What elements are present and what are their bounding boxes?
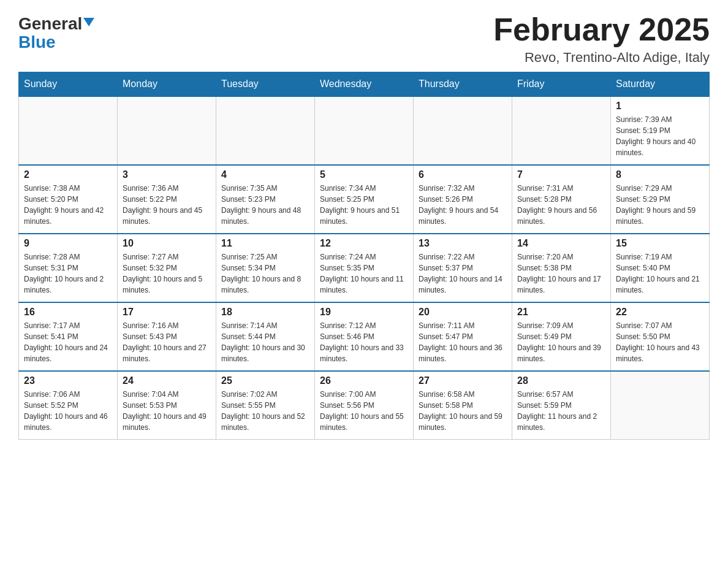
weekday-header-tuesday: Tuesday (216, 72, 315, 97)
day-number: 25 (221, 375, 309, 386)
calendar-cell: 22Sunrise: 7:07 AMSunset: 5:50 PMDayligh… (611, 302, 710, 371)
day-number: 7 (517, 169, 605, 180)
logo-arrow-icon (83, 18, 94, 29)
weekday-header-sunday: Sunday (19, 72, 118, 97)
calendar-cell: 12Sunrise: 7:24 AMSunset: 5:35 PMDayligh… (315, 234, 414, 302)
day-number: 9 (24, 238, 112, 249)
day-number: 14 (517, 238, 605, 249)
day-info: Sunrise: 7:02 AMSunset: 5:55 PMDaylight:… (221, 389, 309, 433)
day-info: Sunrise: 7:17 AMSunset: 5:41 PMDaylight:… (24, 320, 112, 364)
day-number: 21 (517, 307, 605, 318)
day-info: Sunrise: 7:25 AMSunset: 5:34 PMDaylight:… (221, 251, 309, 296)
calendar-cell: 2Sunrise: 7:38 AMSunset: 5:20 PMDaylight… (19, 165, 118, 234)
weekday-header-saturday: Saturday (611, 72, 710, 97)
day-number: 3 (123, 169, 211, 180)
calendar-cell: 24Sunrise: 7:04 AMSunset: 5:53 PMDayligh… (118, 371, 216, 440)
day-info: Sunrise: 7:16 AMSunset: 5:43 PMDaylight:… (123, 320, 211, 364)
day-info: Sunrise: 7:00 AMSunset: 5:56 PMDaylight:… (320, 389, 408, 433)
title-block: February 2025 Revo, Trentino-Alto Adige,… (493, 12, 710, 66)
day-number: 6 (419, 169, 507, 180)
calendar-cell (611, 371, 710, 440)
day-info: Sunrise: 7:31 AMSunset: 5:28 PMDaylight:… (517, 183, 605, 227)
calendar-cell: 8Sunrise: 7:29 AMSunset: 5:29 PMDaylight… (611, 165, 710, 234)
day-number: 16 (24, 307, 112, 318)
logo: General Blue (18, 12, 94, 52)
day-info: Sunrise: 7:04 AMSunset: 5:53 PMDaylight:… (123, 389, 211, 433)
logo-blue: Blue (18, 33, 56, 52)
weekday-header-thursday: Thursday (414, 72, 512, 97)
calendar-cell: 3Sunrise: 7:36 AMSunset: 5:22 PMDaylight… (118, 165, 216, 234)
day-info: Sunrise: 7:29 AMSunset: 5:29 PMDaylight:… (616, 183, 704, 227)
day-number: 23 (24, 375, 112, 386)
weekday-header-friday: Friday (512, 72, 611, 97)
month-year-title: February 2025 (493, 12, 710, 47)
day-number: 24 (123, 375, 211, 386)
week-row-3: 9Sunrise: 7:28 AMSunset: 5:31 PMDaylight… (19, 234, 710, 302)
calendar-cell (512, 96, 611, 165)
day-info: Sunrise: 7:36 AMSunset: 5:22 PMDaylight:… (123, 183, 211, 227)
calendar-cell (118, 96, 216, 165)
calendar-cell: 7Sunrise: 7:31 AMSunset: 5:28 PMDaylight… (512, 165, 611, 234)
calendar-cell: 16Sunrise: 7:17 AMSunset: 5:41 PMDayligh… (19, 302, 118, 371)
day-info: Sunrise: 7:06 AMSunset: 5:52 PMDaylight:… (24, 389, 112, 433)
calendar-cell (19, 96, 118, 165)
calendar-cell: 17Sunrise: 7:16 AMSunset: 5:43 PMDayligh… (118, 302, 216, 371)
weekday-header-wednesday: Wednesday (315, 72, 414, 97)
week-row-2: 2Sunrise: 7:38 AMSunset: 5:20 PMDaylight… (19, 165, 710, 234)
day-number: 28 (517, 375, 605, 386)
calendar-cell: 11Sunrise: 7:25 AMSunset: 5:34 PMDayligh… (216, 234, 315, 302)
day-info: Sunrise: 7:38 AMSunset: 5:20 PMDaylight:… (24, 183, 112, 227)
day-info: Sunrise: 6:57 AMSunset: 5:59 PMDaylight:… (517, 389, 605, 433)
day-number: 27 (419, 375, 507, 386)
day-number: 20 (419, 307, 507, 318)
calendar-table: SundayMondayTuesdayWednesdayThursdayFrid… (18, 72, 710, 440)
svg-marker-0 (83, 18, 94, 26)
calendar-cell: 19Sunrise: 7:12 AMSunset: 5:46 PMDayligh… (315, 302, 414, 371)
calendar-cell: 23Sunrise: 7:06 AMSunset: 5:52 PMDayligh… (19, 371, 118, 440)
day-info: Sunrise: 7:11 AMSunset: 5:47 PMDaylight:… (419, 320, 507, 364)
calendar-cell: 4Sunrise: 7:35 AMSunset: 5:23 PMDaylight… (216, 165, 315, 234)
calendar-cell: 14Sunrise: 7:20 AMSunset: 5:38 PMDayligh… (512, 234, 611, 302)
day-number: 26 (320, 375, 408, 386)
week-row-4: 16Sunrise: 7:17 AMSunset: 5:41 PMDayligh… (19, 302, 710, 371)
day-info: Sunrise: 7:12 AMSunset: 5:46 PMDaylight:… (320, 320, 408, 364)
day-number: 15 (616, 238, 704, 249)
day-info: Sunrise: 7:14 AMSunset: 5:44 PMDaylight:… (221, 320, 309, 364)
calendar-cell: 1Sunrise: 7:39 AMSunset: 5:19 PMDaylight… (611, 96, 710, 165)
calendar-cell: 5Sunrise: 7:34 AMSunset: 5:25 PMDaylight… (315, 165, 414, 234)
day-info: Sunrise: 7:28 AMSunset: 5:31 PMDaylight:… (24, 251, 112, 296)
day-number: 5 (320, 169, 408, 180)
calendar-cell: 10Sunrise: 7:27 AMSunset: 5:32 PMDayligh… (118, 234, 216, 302)
calendar-cell: 15Sunrise: 7:19 AMSunset: 5:40 PMDayligh… (611, 234, 710, 302)
calendar-cell (414, 96, 512, 165)
calendar-cell: 21Sunrise: 7:09 AMSunset: 5:49 PMDayligh… (512, 302, 611, 371)
day-info: Sunrise: 7:24 AMSunset: 5:35 PMDaylight:… (320, 251, 408, 296)
day-info: Sunrise: 7:19 AMSunset: 5:40 PMDaylight:… (616, 251, 704, 296)
calendar-cell (216, 96, 315, 165)
calendar-cell (315, 96, 414, 165)
day-info: Sunrise: 7:22 AMSunset: 5:37 PMDaylight:… (419, 251, 507, 296)
day-info: Sunrise: 7:09 AMSunset: 5:49 PMDaylight:… (517, 320, 605, 364)
location-subtitle: Revo, Trentino-Alto Adige, Italy (493, 50, 710, 66)
logo-general: General (18, 15, 82, 33)
day-number: 22 (616, 307, 704, 318)
day-number: 4 (221, 169, 309, 180)
calendar-cell: 25Sunrise: 7:02 AMSunset: 5:55 PMDayligh… (216, 371, 315, 440)
day-info: Sunrise: 7:35 AMSunset: 5:23 PMDaylight:… (221, 183, 309, 227)
day-info: Sunrise: 7:32 AMSunset: 5:26 PMDaylight:… (419, 183, 507, 227)
calendar-cell: 13Sunrise: 7:22 AMSunset: 5:37 PMDayligh… (414, 234, 512, 302)
day-info: Sunrise: 7:34 AMSunset: 5:25 PMDaylight:… (320, 183, 408, 227)
day-number: 13 (419, 238, 507, 249)
day-number: 17 (123, 307, 211, 318)
day-info: Sunrise: 6:58 AMSunset: 5:58 PMDaylight:… (419, 389, 507, 433)
day-number: 1 (616, 101, 704, 112)
calendar-cell: 18Sunrise: 7:14 AMSunset: 5:44 PMDayligh… (216, 302, 315, 371)
calendar-cell: 20Sunrise: 7:11 AMSunset: 5:47 PMDayligh… (414, 302, 512, 371)
calendar-cell: 6Sunrise: 7:32 AMSunset: 5:26 PMDaylight… (414, 165, 512, 234)
weekday-header-monday: Monday (118, 72, 216, 97)
weekday-header-row: SundayMondayTuesdayWednesdayThursdayFrid… (19, 72, 710, 97)
day-info: Sunrise: 7:39 AMSunset: 5:19 PMDaylight:… (616, 114, 704, 158)
calendar-cell: 26Sunrise: 7:00 AMSunset: 5:56 PMDayligh… (315, 371, 414, 440)
day-number: 10 (123, 238, 211, 249)
calendar-cell: 27Sunrise: 6:58 AMSunset: 5:58 PMDayligh… (414, 371, 512, 440)
